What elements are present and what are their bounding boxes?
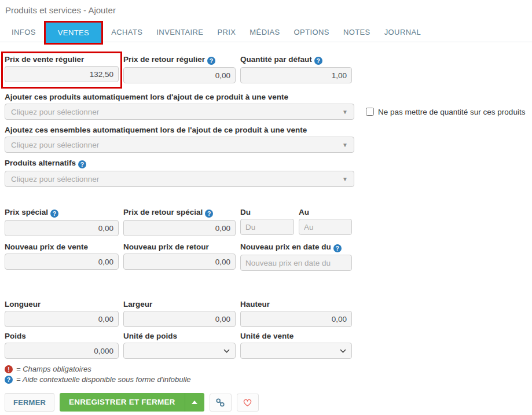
field-label: Nouveau prix de retour <box>123 243 236 251</box>
required-icon <box>5 365 13 373</box>
tab-ventes[interactable]: VENTES <box>46 23 101 43</box>
field-label: Largeur <box>123 300 236 309</box>
field-label: Poids <box>5 332 119 340</box>
field-label: Au <box>299 208 352 216</box>
field-label: Unité de vente <box>240 332 352 340</box>
help-icon[interactable] <box>205 210 213 218</box>
ajoutez-ensembles-dropdown[interactable]: Cliquez pour sélectionner ▼ <box>5 137 354 153</box>
tab-journal[interactable]: JOURNAL <box>377 22 428 42</box>
legend: = Champs obligatoires = Aide contextuell… <box>5 365 532 384</box>
tab-infos[interactable]: INFOS <box>5 22 43 42</box>
poids-input[interactable] <box>5 343 119 359</box>
unite-vente-select[interactable] <box>240 343 352 359</box>
help-icon <box>5 376 13 384</box>
tab-options[interactable]: OPTIONS <box>287 22 336 42</box>
field-label: Nouveau prix de vente <box>5 243 119 251</box>
longueur-input[interactable] <box>5 311 119 327</box>
field-label: Hauteur <box>240 300 352 309</box>
nouveau-prix-retour-input[interactable] <box>123 254 236 270</box>
footer-actions: FERMER ENREGISTRER ET FERMER <box>5 393 532 412</box>
link-icon <box>215 398 225 407</box>
prix-vente-regulier-input[interactable] <box>5 66 119 82</box>
field-label: Nouveau prix en date du <box>240 243 352 252</box>
quantite-defaut-input[interactable] <box>240 67 352 83</box>
help-icon[interactable] <box>314 57 322 65</box>
highlight-box-tab: VENTES <box>44 21 103 45</box>
dropdown-arrow-icon: ▼ <box>342 142 348 148</box>
checkbox-label: Ne pas mettre de quantité sur ces produi… <box>378 108 525 116</box>
tab-achats[interactable]: ACHATS <box>104 22 149 42</box>
chevron-down-icon <box>223 349 230 353</box>
largeur-input[interactable] <box>123 311 236 327</box>
ajouter-produits-dropdown[interactable]: Cliquez pour sélectionner ▼ <box>5 104 354 120</box>
tab-bar: INFOS VENTES ACHATS INVENTAIRE PRIX MÉDI… <box>0 22 532 42</box>
field-label: Prix de vente régulier <box>5 55 119 64</box>
field-label: Prix de retour spécial <box>123 208 236 218</box>
dropdown-arrow-icon: ▼ <box>342 109 348 115</box>
prix-special-input[interactable] <box>5 220 119 236</box>
caret-up-icon <box>192 401 197 404</box>
field-label: Du <box>240 208 294 216</box>
nouveau-prix-date-input[interactable] <box>240 255 352 271</box>
au-date-input[interactable] <box>299 219 352 235</box>
help-icon[interactable] <box>333 244 342 252</box>
no-quantity-checkbox[interactable] <box>366 108 374 116</box>
tab-medias[interactable]: MÉDIAS <box>243 22 287 42</box>
legend-required-text: = Champs obligatoires <box>16 365 91 373</box>
dropdown-arrow-icon: ▼ <box>342 176 348 182</box>
help-icon[interactable] <box>50 210 58 218</box>
save-and-close-button[interactable]: ENREGISTRER ET FERMER <box>60 393 204 412</box>
field-label: Produits alternatifs <box>5 159 532 168</box>
favorite-button[interactable] <box>237 394 259 412</box>
hauteur-input[interactable] <box>240 311 352 327</box>
tab-prix[interactable]: PRIX <box>210 22 243 42</box>
highlight-box-field: Prix de vente régulier <box>1 52 122 89</box>
prix-retour-regulier-input[interactable] <box>123 67 236 83</box>
close-button[interactable]: FERMER <box>5 393 54 412</box>
produits-alternatifs-dropdown[interactable]: Cliquez pour sélectionner ▼ <box>5 171 354 187</box>
tab-inventaire[interactable]: INVENTAIRE <box>149 22 210 42</box>
unite-poids-select[interactable] <box>123 343 236 359</box>
field-label: Longueur <box>5 300 119 309</box>
field-label: Unité de poids <box>123 332 236 340</box>
legend-help-text: = Aide contextuelle disponible sous form… <box>16 375 191 384</box>
field-label: Ajoutez ces ensembles automatiquement lo… <box>5 126 532 134</box>
page-title: Produits et services - Ajouter <box>0 0 532 15</box>
tab-notes[interactable]: NOTES <box>336 22 377 42</box>
chevron-down-icon <box>340 349 346 353</box>
help-icon[interactable] <box>207 57 215 65</box>
save-options-toggle[interactable] <box>185 393 204 412</box>
prix-retour-special-input[interactable] <box>123 220 236 236</box>
field-label: Prix de retour régulier <box>123 55 236 65</box>
field-label: Prix spécial <box>5 208 119 218</box>
field-label: Quantité par défaut <box>240 55 352 65</box>
nouveau-prix-vente-input[interactable] <box>5 254 119 270</box>
du-date-input[interactable] <box>240 219 294 235</box>
field-label: Ajouter ces produits automatiquement lor… <box>5 93 532 101</box>
help-icon[interactable] <box>78 160 86 168</box>
link-button[interactable] <box>210 394 232 412</box>
heart-icon <box>243 398 252 407</box>
